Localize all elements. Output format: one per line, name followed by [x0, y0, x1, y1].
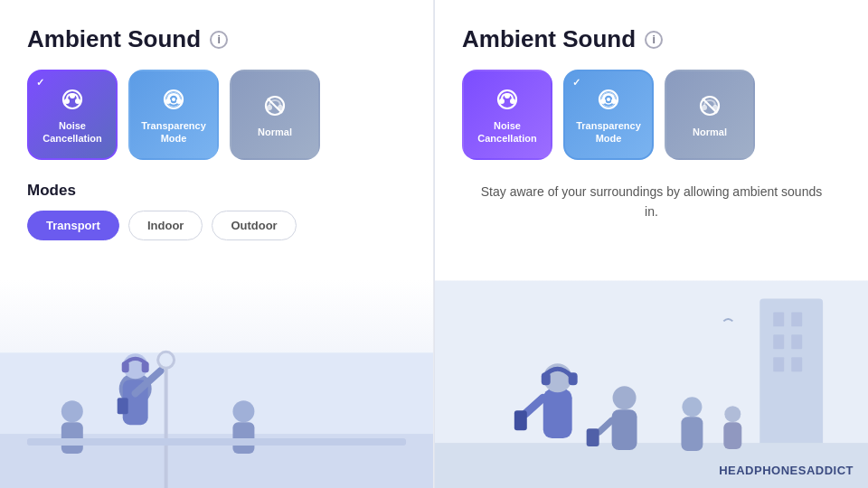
- right-mode-cards: NoiseCancellation ✓ TransparencyMode: [462, 70, 841, 160]
- svg-point-3: [70, 93, 75, 99]
- svg-rect-18: [122, 361, 129, 372]
- main-container: Ambient Sound i ✓ NoiseCancellation: [0, 0, 868, 488]
- left-title-text: Ambient Sound: [27, 25, 201, 53]
- right-nc-label: NoiseCancellation: [477, 119, 536, 145]
- svg-rect-26: [61, 422, 83, 454]
- svg-rect-55: [542, 372, 551, 385]
- svg-rect-62: [587, 428, 599, 446]
- svg-rect-48: [773, 334, 784, 349]
- svg-point-12: [267, 105, 272, 110]
- svg-rect-19: [142, 361, 149, 372]
- left-illustration: [0, 280, 433, 488]
- svg-point-27: [232, 400, 254, 422]
- svg-point-43: [712, 105, 718, 110]
- svg-rect-46: [773, 312, 784, 326]
- svg-rect-58: [514, 410, 527, 430]
- svg-rect-49: [791, 334, 802, 349]
- watermark-suffix: ADDICT: [807, 464, 854, 477]
- svg-rect-50: [773, 357, 784, 371]
- right-normal-label: Normal: [693, 126, 727, 138]
- left-mode-cards: ✓ NoiseCancellation: [27, 70, 406, 160]
- left-info-icon[interactable]: i: [210, 31, 228, 49]
- svg-rect-29: [27, 438, 406, 446]
- modes-section-title: Modes: [27, 182, 406, 200]
- left-panel: Ambient Sound i ✓ NoiseCancellation: [0, 0, 434, 488]
- svg-point-31: [499, 99, 505, 104]
- watermark-bold: HEADPHONES: [719, 464, 807, 477]
- left-normal-label: Normal: [258, 126, 292, 138]
- right-transparency-card[interactable]: ✓ TransparencyMode: [563, 70, 654, 160]
- watermark: HEADPHONESADDICT: [719, 464, 854, 477]
- svg-point-32: [510, 99, 515, 104]
- svg-point-7: [172, 98, 175, 101]
- normal-icon-left: [260, 91, 289, 120]
- svg-rect-66: [723, 422, 741, 449]
- right-transparency-check: ✓: [572, 77, 580, 89]
- transport-button[interactable]: Transport: [27, 211, 119, 240]
- svg-point-63: [682, 397, 702, 417]
- svg-rect-51: [791, 357, 802, 371]
- transparency-description: Stay aware of your surroundings by allow…: [462, 182, 841, 222]
- svg-rect-64: [681, 417, 703, 451]
- svg-rect-28: [232, 422, 254, 454]
- svg-point-2: [75, 99, 80, 104]
- right-info-icon[interactable]: i: [645, 31, 663, 49]
- nc-icon-left: [58, 85, 87, 114]
- left-transparency-card[interactable]: TransparencyMode: [128, 70, 219, 160]
- transparency-icon-right: [594, 85, 623, 114]
- left-nc-check: ✓: [36, 77, 44, 89]
- nc-icon-right: [493, 85, 522, 114]
- left-nc-card[interactable]: ✓ NoiseCancellation: [27, 70, 118, 160]
- svg-point-1: [64, 99, 70, 104]
- right-nc-card[interactable]: NoiseCancellation: [462, 70, 552, 160]
- normal-icon-right: [695, 91, 724, 120]
- svg-point-13: [278, 105, 283, 110]
- indoor-button[interactable]: Indoor: [128, 211, 203, 240]
- svg-rect-24: [118, 398, 128, 414]
- svg-rect-56: [569, 372, 578, 385]
- right-title-text: Ambient Sound: [462, 25, 636, 53]
- left-normal-card[interactable]: Normal: [230, 70, 320, 160]
- right-normal-card[interactable]: Normal: [665, 70, 755, 160]
- svg-rect-53: [543, 389, 572, 438]
- sub-mode-buttons: Transport Indoor Outdoor: [27, 211, 406, 240]
- left-panel-title: Ambient Sound i: [27, 25, 406, 53]
- svg-rect-47: [791, 312, 802, 326]
- left-nc-label: NoiseCancellation: [42, 119, 101, 145]
- svg-point-25: [61, 400, 83, 422]
- right-illustration: [435, 280, 868, 488]
- outdoor-button[interactable]: Outdoor: [212, 211, 296, 240]
- right-panel-title: Ambient Sound i: [462, 25, 841, 53]
- svg-point-59: [613, 386, 637, 409]
- left-transparency-label: TransparencyMode: [141, 119, 206, 145]
- right-panel: Ambient Sound i NoiseCancellation ✓: [435, 0, 868, 488]
- svg-point-33: [505, 93, 510, 99]
- svg-point-37: [607, 98, 610, 101]
- svg-point-65: [724, 406, 741, 422]
- svg-rect-60: [612, 409, 637, 450]
- svg-point-42: [702, 105, 707, 110]
- right-transparency-label: TransparencyMode: [576, 119, 641, 145]
- transparency-icon-left: [159, 85, 188, 114]
